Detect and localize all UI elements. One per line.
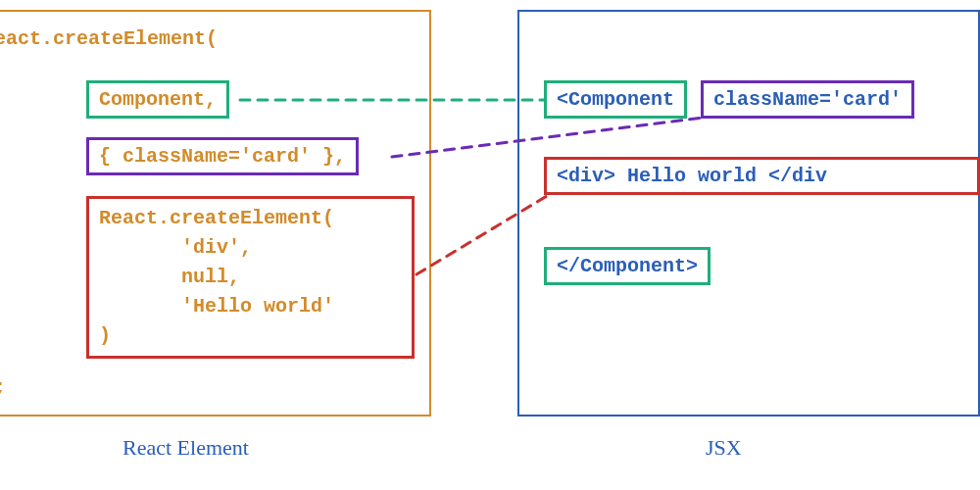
arg-props: { className='card' },	[86, 137, 359, 175]
caption-jsx: JSX	[706, 435, 742, 461]
arg-children: React.createElement( 'div', null, 'Hello…	[86, 196, 415, 359]
code-create-element-open: eact.createElement(	[0, 27, 218, 50]
jsx-closing-tag-text: </Component>	[557, 255, 698, 277]
jsx-children: <div> Hello world </div	[544, 157, 980, 195]
jsx-props-text: className='card'	[713, 88, 902, 111]
caption-react-element: React Element	[122, 435, 249, 461]
jsx-closing-tag: </Component>	[544, 247, 710, 285]
jsx-children-text: <div> Hello world </div	[557, 165, 827, 187]
jsx-props: className='card'	[701, 80, 914, 119]
jsx-component-tag-text: <Component	[557, 88, 674, 111]
code-statement-end: ;	[0, 376, 6, 399]
jsx-component-tag: <Component	[544, 80, 687, 119]
arg-component-name: Component,	[86, 80, 229, 119]
jsx-panel	[517, 10, 980, 416]
